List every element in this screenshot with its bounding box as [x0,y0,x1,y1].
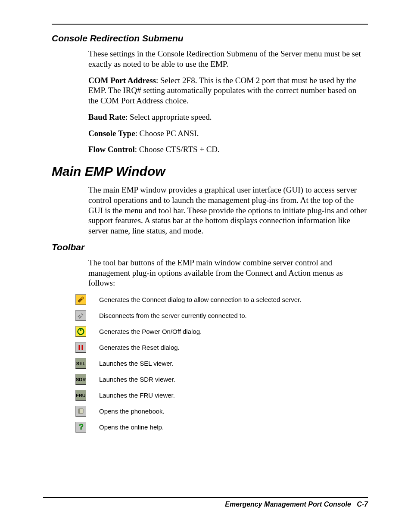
toolbar-row-connect: Generates the Connect dialog to allow co… [75,294,368,305]
toolbar-row-sdr: SDR Launches the SDR viewer. [75,374,368,385]
toolbar-desc: Generates the Power On/Off dialog. [99,328,202,335]
fru-icon: FRU [75,390,86,401]
bottom-rule [43,497,368,498]
section2-p1: The main EMP window provides a graphical… [88,185,368,236]
section2-body: The main EMP window provides a graphical… [88,185,368,236]
top-rule [52,24,368,25]
help-icon: ? [75,422,86,432]
toolbar-desc: Launches the SDR viewer. [99,376,175,383]
toolbar-desc: Generates the Reset dialog. [99,344,180,351]
sdr-icon: SDR [75,374,86,385]
label-baud: Baud Rate [88,112,125,121]
toolbar-row-help: ? Opens the online help. [75,422,368,432]
toolbar-row-power: Generates the Power On/Off dialog. [75,326,368,337]
section1-p2: COM Port Address: Select 2F8. This is th… [88,75,368,106]
text-flow-control: : Choose CTS/RTS + CD. [135,145,220,154]
heading-console-redirection: Console Redirection Submenu [52,33,368,44]
toolbar-desc: Opens the phonebook. [99,408,165,415]
section1-p4: Console Type: Choose PC ANSI. [88,128,368,139]
text-baud: : Select appropriate speed. [125,112,212,121]
toolbar-row-fru: FRU Launches the FRU viewer. [75,390,368,401]
section1-body: These settings in the Console Redirectio… [88,49,368,155]
page: Console Redirection Submenu These settin… [0,0,411,532]
toolbar-desc: Launches the FRU viewer. [99,392,175,399]
heading-toolbar: Toolbar [52,242,368,252]
toolbar-row-sel: SEL Launches the SEL viewer. [75,358,368,369]
reset-icon [75,342,86,353]
text-console-type: : Choose PC ANSI. [135,129,199,138]
label-com-port: COM Port Address [88,76,156,85]
section3-intro: The tool bar buttons of the EMP main win… [88,258,368,288]
disconnect-icon [75,310,86,321]
svg-rect-6 [78,409,80,414]
power-icon [75,326,86,337]
svg-text:?: ? [79,423,84,431]
footer-text: Emergency Management Port Console C-7 [43,501,368,508]
footer-page: C-7 [357,501,368,508]
toolbar-desc: Disconnects from the server currently co… [99,312,247,319]
toolbar-list: Generates the Connect dialog to allow co… [52,294,368,432]
section1-p1: These settings in the Console Redirectio… [88,49,368,69]
toolbar-row-reset: Generates the Reset dialog. [75,342,368,353]
section3-body: The tool bar buttons of the EMP main win… [88,258,368,288]
svg-point-0 [81,297,84,299]
phonebook-icon [75,406,86,417]
sel-icon: SEL [75,358,86,369]
toolbar-row-phonebook: Opens the phonebook. [75,406,368,417]
toolbar-desc: Generates the Connect dialog to allow co… [99,296,301,303]
footer-title: Emergency Management Port Console [225,501,351,508]
label-console-type: Console Type [88,129,135,138]
heading-main-emp: Main EMP Window [52,164,368,179]
footer: Emergency Management Port Console C-7 [43,497,368,508]
connect-icon [75,294,86,305]
toolbar-row-disconnect: Disconnects from the server currently co… [75,310,368,321]
toolbar-desc: Opens the online help. [99,423,164,431]
section1-p5: Flow Control: Choose CTS/RTS + CD. [88,144,368,155]
label-flow-control: Flow Control [88,145,135,154]
section1-p3: Baud Rate: Select appropriate speed. [88,112,368,122]
toolbar-desc: Launches the SEL viewer. [99,360,174,367]
